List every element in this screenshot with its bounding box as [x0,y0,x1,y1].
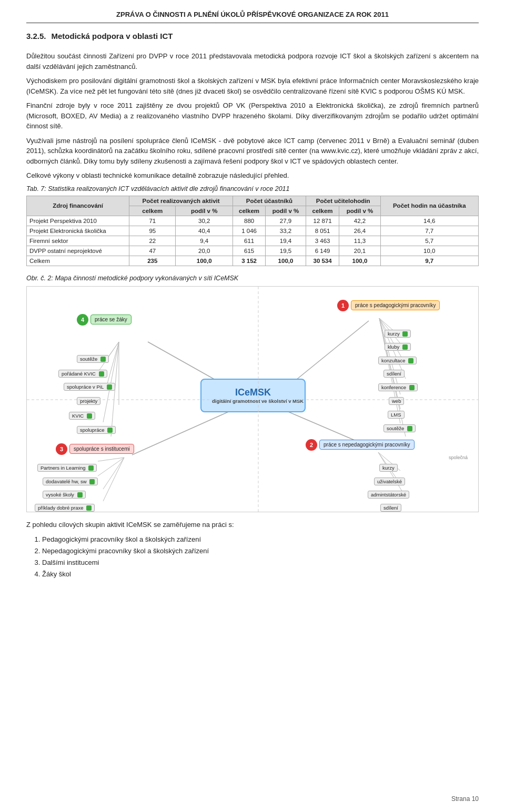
footer: Strana 10 [451,795,479,803]
cell-g2c: 880 [233,216,265,226]
svg-line-2 [132,410,232,455]
section-number: 3.2.5. [26,32,46,40]
q4-item-4: sdílení [380,504,401,512]
cell-g3c: 8 051 [306,226,339,236]
cell-g4: 14,6 [380,216,478,226]
q4-item-2: uživatelské [374,478,405,485]
q1-item-3: spolupráce v PiL [64,383,115,391]
q4-note: společná [449,455,468,460]
cell-g1p: 30,2 [176,216,233,226]
col-hours-per-participant: Počet hodin na účastníka [380,196,478,216]
q4-item-1: kurzy [379,464,398,472]
svg-line-24 [378,452,406,497]
conclusion-intro: Z pohledu cílových skupin aktivit ICeMSK… [26,520,479,530]
conclusion-list: Pedagogickými pracovníky škol a školskýc… [42,534,479,580]
cell-label: Projekt Perspektiva 2010 [27,216,129,226]
cell-g3p: 11,3 [339,236,380,246]
table-caption: Tab. 7: Statistika realizovaných ICT vzd… [26,185,479,192]
cell-g2p: 19,4 [266,236,306,246]
cell-g1c: 22 [129,236,176,246]
table-row: Celkem 235 100,0 3 152 100,0 30 534 100,… [27,256,479,266]
q1-header: 4 práce se žáky [77,314,132,326]
svg-line-20 [103,458,124,501]
cell-g3p: 42,2 [339,216,380,226]
q2-item-1: kurzy [385,330,411,338]
q1-item-1: soutěže [77,355,109,363]
q2-item-5: konference [378,383,418,391]
cell-g4: 10,0 [380,246,478,256]
mindmap: ICeMSK digitální gramotnost ve školství … [26,286,479,512]
q2-item-4: sdílení [383,370,405,378]
cell-g4: 9,7 [380,256,478,266]
col-participants: Počet účastníků [233,196,306,206]
q1-item-6: spolupráce [77,426,116,434]
q4-item-3: admintstátorské [368,491,409,499]
q1-circle: 4 [77,314,88,326]
page-number: Strana 10 [451,795,479,803]
col-teacher-hours: Počet učitelohodin [306,196,380,206]
center-node: ICeMSK digitální gramotnost ve školství … [200,379,306,412]
conclusion-item: Nepedagogickými pracovníky škol a školsk… [42,545,479,557]
q4-label: práce s nepedagogickými pracovníky [319,440,415,450]
col-source: Zdroj financování [27,196,129,216]
sub-activities-celkem: celkem [129,206,176,216]
conclusion-item: Pedagogickými pracovníky škol a školskýc… [42,534,479,545]
q2-item-3: konzultace [378,357,417,364]
col-activities: Počet realizovaných aktivit [129,196,233,206]
cell-g2c: 615 [233,246,265,256]
paragraph-2: Východiskem pro posilování digitální gra… [26,76,479,96]
cell-g1c: 47 [129,246,176,256]
q3-header: 3 spolupráce s institucemi [56,443,134,455]
table-row: Projekt Elektronická školička 95 40,4 1 … [27,226,479,236]
cell-g3p: 20,1 [339,246,380,256]
cell-g3c: 3 463 [306,236,339,246]
q2-item-2: kluby [385,343,411,351]
cell-g4: 7,7 [380,226,478,236]
q3-label: spolupráce s institucemi [69,444,134,454]
figure-caption: Obr. č. 2: Mapa činností metodické podpo… [26,275,479,282]
conclusion-item: Dalšími institucemi [42,557,479,569]
cell-g1p: 100,0 [176,256,233,266]
cell-label: Firemní sektor [27,236,129,246]
cell-g1p: 20,0 [176,246,233,256]
cell-label: Projekt Elektronická školička [27,226,129,236]
svg-line-19 [103,458,124,489]
table-row: DVPP ostatní neprojektové 47 20,0 615 19… [27,246,479,256]
q1-item-2: pořádané KVIC [58,370,107,378]
table-row: Firemní sektor 22 9,4 611 19,4 3 463 11,… [27,236,479,246]
paragraph-3: Finanční zdroje byly v roce 2011 zajiště… [26,100,479,131]
svg-line-21 [98,458,124,461]
conclusion-section: Z pohledu cílových skupin aktivit ICeMSK… [26,520,479,581]
table-row: Projekt Perspektiva 2010 71 30,2 880 27,… [27,216,479,226]
cell-g1c: 71 [129,216,176,226]
q4-header: 2 práce s nepedagogickými pracovníky [306,439,415,451]
cell-g3c: 6 149 [306,246,339,256]
statistics-table: Zdroj financování Počet realizovaných ak… [26,196,479,266]
q2-label: práce s pedagogickými pracovníky [351,300,440,310]
cell-g2c: 3 152 [233,256,265,266]
q3-item-1: Partners in Learning [37,464,97,472]
page-header: ZPRÁVA O ČINNOSTI A PLNĚNÍ ÚKOLŮ PŘÍSPĚV… [26,11,479,23]
q1-item-5: KVIC [69,412,95,420]
q2-header: 1 práce s pedagogickými pracovníky [337,300,440,311]
cell-label: DVPP ostatní neprojektové [27,246,129,256]
q2-item-7: LMS [388,411,405,419]
q4-circle: 2 [306,439,317,451]
cell-g2c: 611 [233,236,265,246]
svg-line-18 [98,458,124,476]
sub-teacher-hours-celkem: celkem [306,206,339,216]
conclusion-item: Žáky škol [42,569,479,580]
sub-teacher-hours-podil: podíl v % [339,206,380,216]
q1-item-4: projekty [77,397,100,405]
q3-circle: 3 [56,443,67,455]
svg-line-8 [103,342,119,422]
q3-item-3: vysoké školy [43,491,86,499]
cell-g3c: 12 871 [306,216,339,226]
q3-item-2: dodavatelé hw, sw [43,478,98,485]
sub-participants-celkem: celkem [233,206,265,216]
cell-label: Celkem [27,256,129,266]
paragraph-5: Celkové výkony v oblasti technické komun… [26,170,479,181]
paragraph-1: Důležitou součást činnosti Zařízení pro … [26,51,479,72]
cell-g2p: 19,5 [266,246,306,256]
cell-g2c: 1 046 [233,226,265,236]
